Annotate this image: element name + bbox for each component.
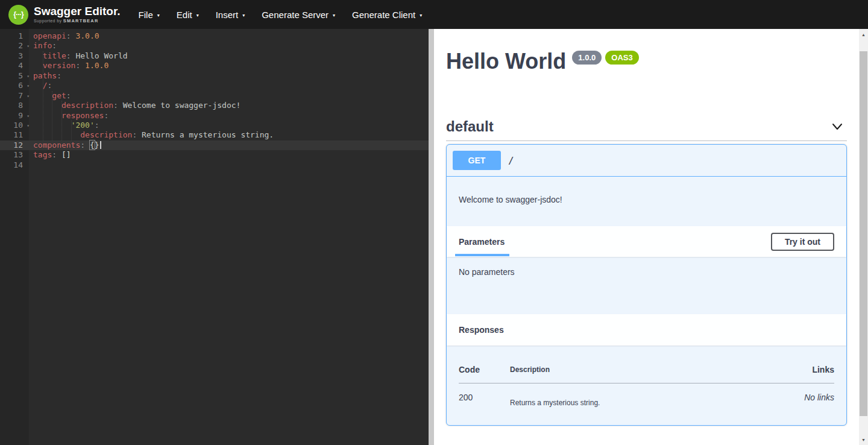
line-number: 9▾	[0, 111, 29, 121]
menu-insert[interactable]: Insert▾	[209, 6, 253, 24]
try-it-out-button[interactable]: Try it out	[771, 233, 834, 251]
menu-label: File	[139, 10, 153, 20]
response-row-200: 200 Returns a mysterious string. No link…	[459, 383, 834, 408]
menu-file[interactable]: File▾	[131, 6, 167, 24]
menu-label: Generate Server	[262, 10, 329, 20]
chevron-down-icon: ▾	[157, 13, 160, 18]
code-line: tags: []	[33, 150, 429, 160]
menu-generate-server[interactable]: Generate Server▾	[254, 6, 342, 24]
scrollbar-down-arrow[interactable]: ▼	[859, 435, 868, 444]
response-description: Returns a mysterious string.	[510, 383, 753, 408]
menu-label: Generate Client	[352, 10, 415, 20]
code-line: '200':	[33, 121, 429, 130]
menu-edit[interactable]: Edit▾	[169, 6, 206, 24]
pane-splitter[interactable]	[429, 29, 434, 445]
tag-section-default[interactable]: default	[446, 118, 847, 141]
responses-body: Code Description Links 200 Returns a mys…	[447, 346, 846, 425]
swagger-ui-pane: Hello World 1.0.0 OAS3 default GET / Wel…	[434, 29, 859, 445]
code-line: openapi: 3.0.0	[33, 31, 429, 41]
topbar: {···} Swagger Editor. Supported by SMART…	[0, 0, 868, 29]
line-number: 14	[0, 160, 29, 170]
column-header-links: Links	[753, 358, 835, 383]
line-number: 11	[0, 130, 29, 140]
version-badge: 1.0.0	[572, 51, 602, 65]
chevron-down-icon[interactable]	[830, 119, 844, 134]
line-number: 6▾	[0, 81, 29, 90]
operation-description: Welcome to swagger-jsdoc!	[447, 177, 846, 226]
page-title: Hello World	[446, 49, 566, 74]
line-number: 12	[0, 140, 29, 150]
menu-label: Insert	[216, 10, 239, 20]
line-number: 7▾	[0, 91, 29, 101]
code-line: paths:	[33, 71, 429, 81]
parameters-label: Parameters	[459, 237, 505, 247]
code-line: responses:	[33, 111, 429, 121]
response-links: No links	[753, 383, 835, 408]
topbar-menus: File▾Edit▾Insert▾Generate Server▾Generat…	[129, 6, 430, 24]
opblock-get: GET / Welcome to swagger-jsdoc! Paramete…	[446, 144, 847, 426]
scrollbar-thumb[interactable]	[860, 51, 867, 416]
column-header-description: Description	[510, 358, 753, 383]
line-number: 1	[0, 31, 29, 41]
code-line	[33, 160, 429, 170]
tab-parameters[interactable]: Parameters	[459, 226, 505, 257]
yaml-editor[interactable]: openapi: 3.0.0info: title: Hello World v…	[29, 29, 429, 445]
line-number: 10▾	[0, 121, 29, 130]
operation-path: /	[508, 155, 514, 166]
code-line: get:	[33, 91, 429, 101]
chevron-down-icon: ▾	[333, 13, 335, 18]
code-line: description: Returns a mysterious string…	[33, 130, 429, 140]
scrollbar-up-arrow[interactable]: ▲	[859, 30, 868, 39]
menu-generate-client[interactable]: Generate Client▾	[345, 6, 429, 24]
line-number: 2▾	[0, 41, 29, 51]
text-cursor	[100, 141, 101, 149]
line-number: 3	[0, 51, 29, 61]
code-line: info:	[33, 41, 429, 51]
operation-summary[interactable]: GET /	[447, 145, 846, 177]
code-line: version: 1.0.0	[33, 61, 429, 71]
chevron-down-icon: ▾	[242, 13, 245, 18]
tag-name: default	[446, 118, 494, 136]
swagger-braces-icon: {···}	[8, 5, 28, 25]
responses-label: Responses	[459, 325, 504, 335]
chevron-down-icon: ▾	[197, 13, 199, 18]
parameters-body: No parameters	[447, 257, 846, 314]
column-header-code: Code	[459, 358, 510, 383]
supported-by-label: Supported by SMARTBEAR	[34, 18, 121, 24]
code-line: description: Welcome to swagger-jsdoc!	[33, 101, 429, 110]
no-parameters-text: No parameters	[459, 267, 515, 277]
app-title: Swagger Editor.	[34, 5, 121, 17]
line-number: 5▾	[0, 71, 29, 81]
method-badge: GET	[453, 151, 501, 170]
code-line: title: Hello World	[33, 51, 429, 61]
oas3-badge: OAS3	[605, 51, 638, 65]
editor-pane: 12▾345▾6▾7▾89▾10▾11121314 openapi: 3.0.0…	[0, 29, 429, 445]
response-code: 200	[459, 383, 510, 408]
responses-table: Code Description Links 200 Returns a mys…	[459, 358, 834, 407]
menu-label: Edit	[177, 10, 192, 20]
line-number: 4	[0, 61, 29, 71]
swagger-logo[interactable]: {···} Swagger Editor. Supported by SMART…	[8, 5, 121, 25]
scrollbar[interactable]: ▲ ▼	[859, 29, 868, 445]
parameters-header: Parameters Try it out	[447, 226, 846, 257]
line-number: 8	[0, 101, 29, 110]
smartbear-logo: SMARTBEAR	[63, 18, 99, 24]
chevron-down-icon: ▾	[420, 13, 422, 18]
line-number: 13	[0, 150, 29, 160]
responses-header: Responses	[447, 314, 846, 346]
api-info: Hello World 1.0.0 OAS3	[446, 49, 847, 74]
editor-gutter: 12▾345▾6▾7▾89▾10▾11121314	[0, 29, 29, 445]
code-line: components: {}	[29, 140, 429, 150]
code-line: /:	[33, 81, 429, 90]
